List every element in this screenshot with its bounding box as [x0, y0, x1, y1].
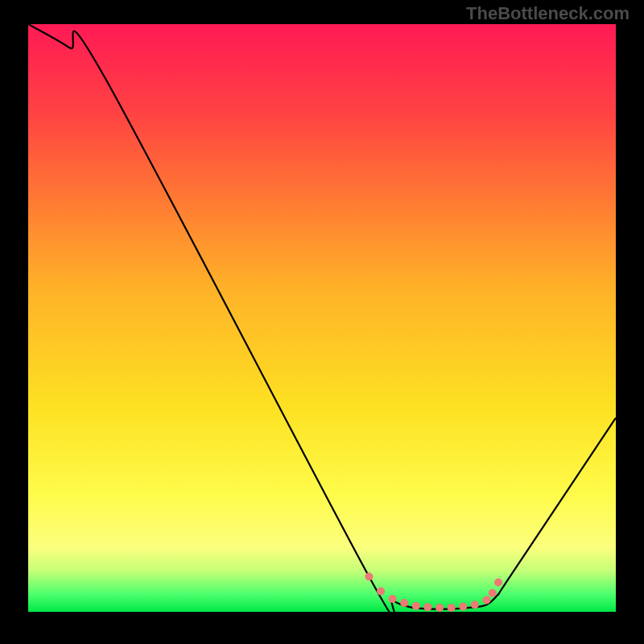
marker-point — [459, 602, 467, 610]
watermark-text: TheBottleneck.com — [466, 3, 630, 24]
marker-point — [436, 604, 444, 612]
marker-point — [389, 595, 397, 603]
marker-point — [448, 604, 456, 612]
marker-point — [489, 589, 497, 597]
bottleneck-curve — [28, 24, 616, 612]
marker-point — [412, 602, 420, 610]
chart-svg — [28, 24, 616, 612]
marker-point — [377, 587, 385, 595]
marker-point — [400, 599, 408, 607]
chart-plot-area — [28, 24, 616, 612]
marker-point — [494, 579, 502, 587]
marker-point — [482, 596, 490, 604]
marker-point — [365, 572, 373, 580]
marker-point — [423, 603, 431, 611]
marker-point — [471, 601, 479, 609]
